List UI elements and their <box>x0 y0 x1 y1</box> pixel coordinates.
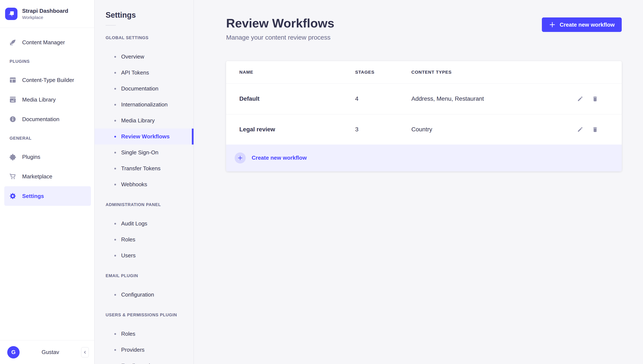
sidebar-item-label: Settings <box>22 193 44 200</box>
sidebar-item-label: Documentation <box>22 116 60 122</box>
create-button-label: Create new workflow <box>560 22 615 28</box>
subnav-item-documentation[interactable]: Documentation <box>94 81 194 97</box>
subnav-item-admin-roles[interactable]: Roles <box>94 232 194 248</box>
sidebar-item-marketplace[interactable]: Marketplace <box>4 167 91 186</box>
subnav-item-internationalization[interactable]: Internationalization <box>94 97 194 112</box>
subnav-item-single-sign-on[interactable]: Single Sign-On <box>94 144 194 160</box>
column-header-content-types: CONTENT TYPES <box>411 70 577 75</box>
nav-section-plugins: PLUGINS <box>10 59 94 64</box>
bullet-dot <box>114 255 116 256</box>
page-header-text: Review Workflows Manage your content rev… <box>226 16 334 41</box>
subnav-section-administration-panel: ADMINISTRATION PANEL Audit Logs Roles Us… <box>94 202 194 264</box>
sidebar-item-label: Marketplace <box>22 173 52 180</box>
edit-workflow-button[interactable] <box>577 96 584 102</box>
bullet-dot <box>114 136 116 138</box>
subnav-item-webhooks[interactable]: Webhooks <box>94 176 194 192</box>
subnav-section-users-permissions-plugin: USERS & PERMISSIONS PLUGIN Roles Provide… <box>94 312 194 364</box>
subnav-section-label: ADMINISTRATION PANEL <box>106 202 194 207</box>
subnav-title: Settings <box>94 0 194 20</box>
info-circle-icon <box>9 115 16 123</box>
bullet-dot <box>114 223 116 224</box>
row-actions <box>577 126 598 132</box>
sidebar-item-label: Content-Type Builder <box>22 77 74 84</box>
workflow-stages: 3 <box>355 126 411 133</box>
page-title: Review Workflows <box>226 16 334 30</box>
avatar[interactable]: G <box>7 346 20 358</box>
collapse-sidebar-button[interactable] <box>81 347 89 358</box>
sidebar-item-settings[interactable]: Settings <box>4 186 91 206</box>
plus-icon <box>238 155 243 161</box>
subnav-section-label: GLOBAL SETTINGS <box>106 35 194 40</box>
brand-text: Strapi Dashboard Workplace <box>22 8 68 20</box>
trash-icon <box>592 96 598 102</box>
subnav-item-transfer-tokens[interactable]: Transfer Tokens <box>94 160 194 176</box>
sidebar-item-label: Content Manager <box>22 39 65 46</box>
create-row-label: Create new workflow <box>252 154 307 161</box>
bullet-dot <box>114 168 116 170</box>
sidebar-item-label: Media Library <box>22 96 56 103</box>
bullet-dot <box>114 239 116 240</box>
subnav-item-review-workflows[interactable]: Review Workflows <box>94 128 194 144</box>
workspace-subtitle: Workplace <box>22 15 68 20</box>
strapi-logo-icon <box>6 9 16 18</box>
create-new-workflow-row[interactable]: Create new workflow <box>226 144 622 171</box>
sidebar-item-plugins[interactable]: Plugins <box>4 147 91 167</box>
username: Gustav <box>42 349 59 356</box>
column-header-stages: STAGES <box>355 70 411 75</box>
sidebar-item-media-library[interactable]: Media Library <box>4 90 91 110</box>
bullet-dot <box>114 120 116 122</box>
workflow-name: Legal review <box>239 126 355 133</box>
plus-icon <box>549 21 556 28</box>
subnav-item-api-tokens[interactable]: API Tokens <box>94 65 194 81</box>
subnav-section-email-plugin: EMAIL PLUGIN Configuration <box>94 273 194 303</box>
bullet-dot <box>114 72 116 74</box>
picture-icon <box>9 96 16 104</box>
pencil-icon <box>577 96 584 102</box>
workspace-brand[interactable]: Strapi Dashboard Workplace <box>0 0 94 28</box>
settings-subnav: Settings GLOBAL SETTINGS Overview API To… <box>94 0 194 364</box>
delete-workflow-button[interactable] <box>592 126 598 132</box>
feather-pen-icon <box>9 38 16 46</box>
bullet-dot <box>114 56 116 58</box>
sidebar-item-content-type-builder[interactable]: Content-Type Builder <box>4 70 91 90</box>
subnav-section-global-settings: GLOBAL SETTINGS Overview API Tokens Docu… <box>94 35 194 192</box>
workflow-content-types: Country <box>411 126 577 133</box>
bullet-dot <box>114 152 116 154</box>
subnav-item-media-library[interactable]: Media Library <box>94 112 194 128</box>
subnav-item-email-templates[interactable]: Email templates <box>94 358 194 364</box>
subnav-item-admin-users[interactable]: Users <box>94 248 194 264</box>
puzzle-icon <box>9 153 16 161</box>
bullet-dot <box>114 88 116 90</box>
subnav-item-email-configuration[interactable]: Configuration <box>94 287 194 303</box>
divider <box>106 25 116 26</box>
column-header-name: NAME <box>239 70 355 75</box>
subnav-item-audit-logs[interactable]: Audit Logs <box>94 216 194 232</box>
subnav-item-overview[interactable]: Overview <box>94 49 194 65</box>
main-nav-list: Content Manager PLUGINS Content-Type Bui… <box>0 28 94 340</box>
table-row[interactable]: Default 4 Address, Menu, Restaurant <box>226 84 622 114</box>
main-content: Review Workflows Manage your content rev… <box>194 0 643 364</box>
workflow-name: Default <box>239 95 355 102</box>
bullet-dot <box>114 184 116 186</box>
bullet-dot <box>114 104 116 106</box>
layout-grid-icon <box>9 76 16 84</box>
table-header-row: NAME STAGES CONTENT TYPES <box>226 61 622 84</box>
page-header: Review Workflows Manage your content rev… <box>226 16 622 41</box>
subnav-section-label: EMAIL PLUGIN <box>106 273 194 278</box>
workflow-content-types: Address, Menu, Restaurant <box>411 95 577 102</box>
pencil-icon <box>577 126 584 132</box>
row-actions <box>577 96 598 102</box>
table-row[interactable]: Legal review 3 Country <box>226 114 622 144</box>
sidebar-item-content-manager[interactable]: Content Manager <box>4 32 91 52</box>
bullet-dot <box>114 349 116 351</box>
edit-workflow-button[interactable] <box>577 126 584 132</box>
delete-workflow-button[interactable] <box>592 96 598 102</box>
gear-icon <box>9 192 16 200</box>
plus-badge <box>235 152 246 164</box>
subnav-item-providers[interactable]: Providers <box>94 342 194 358</box>
subnav-item-up-roles[interactable]: Roles <box>94 326 194 342</box>
strapi-logo <box>5 8 18 20</box>
sidebar-item-documentation[interactable]: Documentation <box>4 110 91 129</box>
create-new-workflow-button[interactable]: Create new workflow <box>542 18 622 32</box>
main-navigation: Strapi Dashboard Workplace Content Manag… <box>0 0 94 364</box>
